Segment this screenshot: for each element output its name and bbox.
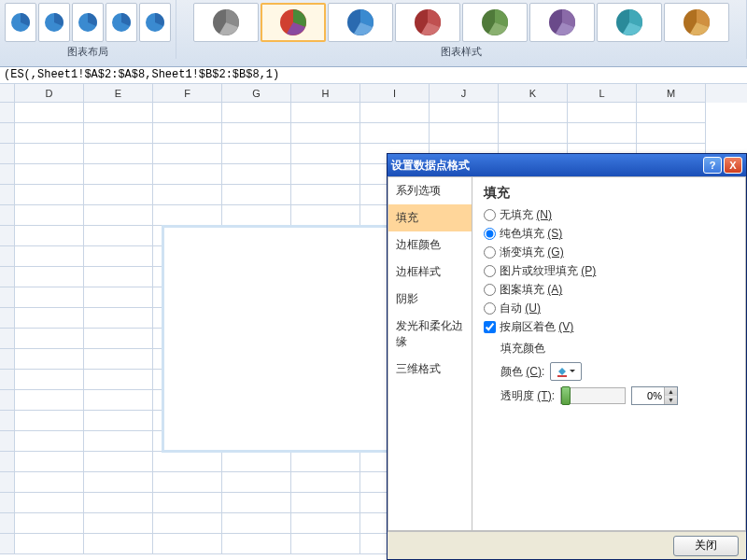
cell[interactable] [84,472,153,493]
dialog-nav-item[interactable]: 阴影 [388,286,472,313]
cell[interactable] [84,329,153,349]
chart-style-option[interactable] [462,3,528,42]
cell[interactable] [291,452,360,472]
cell[interactable] [430,123,499,144]
radio-gradient-fill[interactable]: 渐变填充 (G) [484,245,734,260]
radio-picture-fill-input[interactable] [484,265,496,277]
cell[interactable] [15,390,84,411]
cell[interactable] [0,431,15,452]
cell[interactable] [0,329,15,349]
cell[interactable] [222,205,291,226]
column-header[interactable]: E [84,84,153,103]
cell[interactable] [15,370,84,390]
chart-layout-option[interactable] [106,3,137,42]
slider-thumb[interactable] [561,386,571,405]
cell[interactable] [15,103,84,123]
cell[interactable] [15,349,84,370]
cell[interactable] [0,267,15,287]
radio-no-fill[interactable]: 无填充 (N) [484,207,734,223]
cell[interactable] [291,185,360,205]
cell[interactable] [153,185,222,205]
chart-style-option[interactable] [395,3,460,42]
cell[interactable] [84,246,153,267]
chart-layout-option[interactable] [139,3,171,42]
cell[interactable] [222,185,291,205]
cell[interactable] [15,267,84,287]
spin-down-icon[interactable]: ▼ [664,396,677,404]
color-picker-button[interactable] [550,362,582,381]
cell[interactable] [15,185,84,205]
dialog-nav-item[interactable]: 填充 [388,204,472,231]
cell[interactable] [153,493,222,513]
cell[interactable] [222,164,291,185]
cell[interactable] [84,349,153,370]
cell[interactable] [84,452,153,472]
cell[interactable] [568,103,637,123]
dialog-titlebar[interactable]: 设置数据点格式 ? X [388,154,746,176]
cell[interactable] [499,103,568,123]
cell[interactable] [153,144,222,164]
cell[interactable] [222,452,291,472]
cell[interactable] [84,513,153,534]
cell[interactable] [153,472,222,493]
cell[interactable] [15,534,84,554]
check-vary-color-input[interactable] [484,321,496,333]
cell[interactable] [84,370,153,390]
cell[interactable] [0,287,15,308]
cell[interactable] [15,308,84,329]
close-button[interactable]: 关闭 [673,536,739,556]
cell[interactable] [84,144,153,164]
cell[interactable] [153,452,222,472]
cell[interactable] [153,205,222,226]
cell[interactable] [84,123,153,144]
cell[interactable] [291,493,360,513]
dialog-nav-item[interactable]: 边框样式 [388,259,472,286]
dialog-nav-item[interactable]: 三维格式 [388,356,472,383]
cell[interactable] [0,513,15,534]
chart-style-option[interactable] [597,3,662,42]
radio-pattern-fill-input[interactable] [484,284,496,296]
column-header[interactable]: K [499,84,568,103]
cell[interactable] [15,431,84,452]
cell[interactable] [153,123,222,144]
cell[interactable] [84,185,153,205]
cell[interactable] [222,493,291,513]
cell[interactable] [430,103,499,123]
cell[interactable] [15,329,84,349]
cell[interactable] [0,493,15,513]
cell[interactable] [291,534,360,554]
formula-bar[interactable]: (ES(,Sheet1!$A$2:$A$8,Sheet1!$B$2:$B$8,1… [0,67,747,84]
chart-style-option[interactable] [529,3,595,42]
transparency-spinner[interactable]: ▲▼ [631,386,678,405]
column-header[interactable]: H [291,84,360,103]
cell[interactable] [291,103,360,123]
radio-solid-fill-input[interactable] [484,228,496,240]
cell[interactable] [222,472,291,493]
radio-pattern-fill[interactable]: 图案填充 (A) [484,282,734,298]
cell[interactable] [291,513,360,534]
cell[interactable] [84,103,153,123]
dialog-nav-item[interactable]: 边框颜色 [388,231,472,259]
cell[interactable] [0,370,15,390]
cell[interactable] [84,287,153,308]
cell[interactable] [15,164,84,185]
cell[interactable] [499,123,568,144]
spin-up-icon[interactable]: ▲ [664,387,677,396]
cell[interactable] [84,390,153,411]
column-header[interactable]: F [153,84,222,103]
chart-layout-option[interactable] [38,3,70,42]
cell[interactable] [222,513,291,534]
column-header[interactable]: I [360,84,430,103]
column-header[interactable]: M [637,84,706,103]
cell[interactable] [153,513,222,534]
cell[interactable] [153,103,222,123]
cell[interactable] [291,164,360,185]
cell[interactable] [153,164,222,185]
cell[interactable] [568,123,637,144]
cell[interactable] [15,513,84,534]
cell[interactable] [222,144,291,164]
radio-no-fill-input[interactable] [484,209,496,221]
cell[interactable] [291,472,360,493]
radio-solid-fill[interactable]: 纯色填充 (S) [484,226,734,242]
cell[interactable] [84,534,153,554]
